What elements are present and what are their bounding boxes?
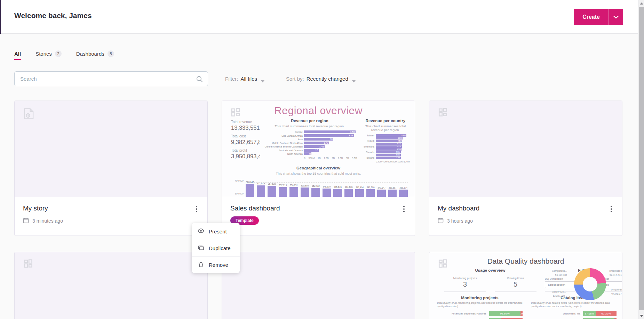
donut-label: Validity (28...: [552, 290, 566, 293]
dq-section: Catalog itemsData quality of all catalog…: [531, 296, 617, 319]
card-footer: My dashboard 3 hours ago: [429, 197, 622, 224]
app-root: Welcome back, James Create All Stories 2: [0, 0, 644, 319]
toolbar: Filter: All files Sort by: Recently chan…: [14, 71, 622, 86]
tab-dashboards-count-badge: 5: [108, 50, 114, 57]
caret-down-icon: [261, 80, 264, 82]
donut-label: 49,348,178: [611, 293, 622, 295]
tab-all-label: All: [14, 51, 21, 57]
mini-geo-subtitle: This chart shows the top 15 countries th…: [222, 172, 415, 175]
geo-bar-wrap: 356,731: [289, 180, 298, 197]
dq-stacked-bars: customers_na37.68%62.32%US SEC_FAILS TO …: [531, 311, 617, 319]
tab-stories-label: Stories: [35, 51, 52, 57]
menu-item-label: Duplicate: [209, 245, 231, 251]
donut-chart: [574, 268, 606, 300]
card-context-menu: Present Duplicate Remove: [192, 223, 240, 273]
more-options-button[interactable]: [191, 204, 202, 215]
donut-label: 56,119,386: [555, 274, 567, 276]
left-accent-bar: [0, 0, 1, 34]
sort-dropdown[interactable]: Sort by: Recently changed: [286, 76, 356, 82]
dq-kpi: Monitoring projects3: [444, 277, 486, 292]
search-box[interactable]: [14, 71, 208, 86]
scroll-up-button[interactable]: [638, 0, 644, 7]
menu-item-duplicate[interactable]: Duplicate: [192, 240, 240, 256]
mini-bars: Europe3.5BSub-Saharan Africa3.4BAsia2BMi…: [262, 130, 357, 155]
dq-kpi: Catalog items5: [495, 277, 536, 292]
donut-label: 63,227,204: [553, 295, 565, 297]
calendar-icon: [23, 217, 29, 224]
card-thumbnail: [429, 101, 622, 197]
mini-kpi: Total cost9,382,657,8: [231, 134, 260, 145]
tab-stories[interactable]: Stories 2: [35, 50, 62, 58]
geo-bar-wrap: 352,432: [311, 180, 320, 197]
dq-stacked-bars: Financial Securities Failures93.92%6.08: [437, 311, 523, 319]
search-input[interactable]: [15, 72, 208, 86]
vertical-scrollbar[interactable]: [638, 0, 644, 319]
menu-item-remove[interactable]: Remove: [192, 256, 240, 273]
page-header: Welcome back, James Create: [0, 0, 638, 34]
timestamp-row: 3 minutes ago: [23, 217, 199, 224]
more-options-button[interactable]: [399, 204, 409, 215]
create-split-button[interactable]: Create: [574, 9, 623, 25]
create-button[interactable]: Create: [574, 9, 609, 25]
eye-icon: [198, 228, 204, 235]
geo-bar-wrap: 339,174: [399, 180, 408, 197]
card-my-dashboard[interactable]: My dashboard 3 hours ago: [429, 101, 622, 236]
more-options-button[interactable]: [606, 204, 617, 215]
dashboard-grid-icon: [438, 107, 448, 118]
card-my-story[interactable]: My story 3 minutes ago: [14, 101, 208, 236]
sort-label: Sort by:: [286, 76, 304, 82]
card-sales-dashboard[interactable]: Regional overviewTotal revenue13,333,551…: [222, 101, 415, 236]
donut-label: Timeliness (...: [609, 270, 622, 272]
mini-bars: Taiwan113M99MKiribati98M97MBotswana97M95…: [361, 134, 410, 159]
search-icon: [196, 75, 203, 84]
tab-all[interactable]: All: [14, 51, 21, 57]
page-title: Welcome back, James: [14, 11, 92, 20]
trash-icon: [198, 261, 204, 269]
card-timestamp: 3 minutes ago: [32, 218, 63, 224]
card-footer: Sales dashboard Template: [222, 197, 415, 225]
card-thumbnail: Regional overviewTotal revenue13,333,551…: [222, 101, 415, 197]
geo-bar-wrap: 371,019: [257, 180, 265, 197]
geo-bar-wrap: 345,645: [333, 180, 342, 197]
scrollbar-thumb[interactable]: [639, 7, 644, 310]
card-footer: My story 3 minutes ago: [15, 197, 207, 224]
create-dropdown-button[interactable]: [609, 9, 623, 25]
filter-label: Filter:: [225, 76, 238, 82]
filter-dropdown[interactable]: Filter: All files: [225, 76, 264, 82]
card-untitled[interactable]: [222, 252, 415, 319]
card-thumbnail: [15, 101, 207, 197]
card-timestamp: 3 hours ago: [447, 218, 473, 224]
mini-kpi-column: Total revenue13,333,551,Total cost9,382,…: [231, 120, 260, 163]
card-untitled-dashboard[interactable]: [14, 252, 208, 319]
cards-grid: My story 3 minutes ago Regional: [14, 101, 622, 319]
chevron-down-icon: [613, 14, 619, 20]
tab-dashboards[interactable]: Dashboards 5: [76, 50, 114, 58]
card-thumbnail: [222, 252, 415, 319]
scroll-down-button[interactable]: [638, 312, 644, 319]
tab-dashboards-label: Dashboards: [76, 51, 104, 57]
mini-geo-title: Geographical overview: [222, 166, 415, 170]
geo-bar-wrap: 367,622: [268, 180, 276, 197]
mini-chart-revenue-per-country: Revenue per countryThis chart summarises…: [361, 119, 410, 163]
card-data-quality-dashboard[interactable]: Data Quality dashboardUsage overviewMoni…: [429, 252, 622, 319]
menu-item-present[interactable]: Present: [192, 223, 240, 240]
dq-usage-section: Usage overviewMonitoring projects3Catalo…: [440, 268, 541, 292]
dashboard-grid-icon: [438, 259, 448, 270]
caret-down-icon: [352, 80, 356, 82]
geo-bar-wrap: 357,719: [279, 180, 287, 197]
main-area: Welcome back, James Create All Stories 2: [0, 0, 638, 319]
donut-label: Uniquenes...: [611, 288, 622, 291]
duplicate-icon: [198, 245, 204, 252]
menu-item-label: Remove: [209, 262, 228, 268]
mini-geo-chart: 400,000300,000380,647371,019367,622357,7…: [222, 180, 415, 197]
tab-stories-count-badge: 2: [55, 50, 62, 57]
mini-geo-bars: 380,647371,019367,622357,719356,731355,8…: [246, 180, 408, 197]
dq-kpi-row: Monitoring projects3Catalog items5: [440, 277, 541, 292]
geo-bar-wrap: 346,910: [323, 180, 331, 197]
mini-chart-revenue-per-region: Revenue per regionThis chart summarises …: [262, 119, 357, 163]
menu-item-label: Present: [209, 229, 227, 234]
card-title: My story: [23, 205, 199, 212]
tab-bar: All Stories 2 Dashboards 5: [14, 34, 622, 58]
content-area: All Stories 2 Dashboards 5: [0, 34, 638, 319]
dq-section: Monitoring projectsData quality of all m…: [437, 296, 523, 319]
